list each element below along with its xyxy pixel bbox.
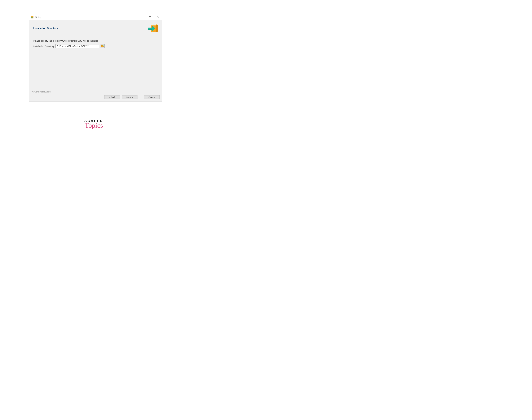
instruction-text: Please specify the directory where Postg… [33,39,158,42]
titlebar: Setup [29,14,162,20]
directory-label: Installation Directory [33,45,54,47]
window-title: Setup [35,16,138,18]
page-title: Installation Directory [33,27,147,30]
builder-label: VMware InstallBuilder [31,90,52,93]
header: Installation Directory [29,20,162,36]
directory-field-row: Installation Directory [33,44,158,48]
browse-button[interactable] [101,44,105,48]
footer: < Back Next > Cancel [29,93,162,102]
maximize-button[interactable] [146,14,154,20]
close-button[interactable] [154,14,162,20]
window-controls [138,14,162,20]
folder-browse-icon [101,45,104,48]
next-button[interactable]: Next > [122,95,137,99]
installer-box-icon [147,24,158,33]
cancel-button[interactable]: Cancel [144,95,160,99]
setup-window: Setup Installation Directory P [29,14,162,102]
brand-logo: SCALER Topics [85,119,103,128]
minimize-button[interactable] [138,14,146,20]
content: Please specify the directory where Postg… [29,36,162,93]
brand-line2: Topics [85,123,103,128]
back-button[interactable]: < Back [104,95,120,99]
svg-rect-1 [149,16,151,18]
directory-input[interactable] [56,44,99,48]
app-icon [30,15,34,19]
